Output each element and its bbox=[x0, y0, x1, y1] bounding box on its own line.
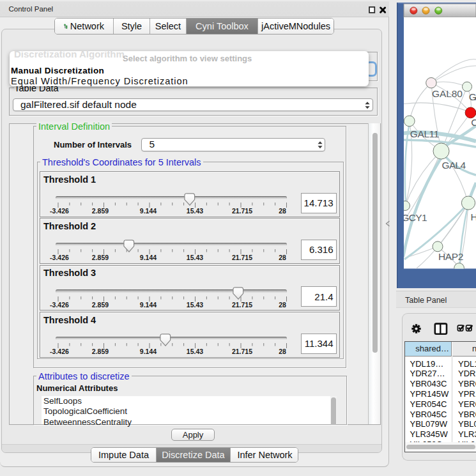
svg-text:GA: GA bbox=[469, 91, 476, 102]
svg-text:GCY1: GCY1 bbox=[402, 212, 427, 223]
svg-text:GAL4: GAL4 bbox=[442, 160, 466, 171]
svg-text:CY: CY bbox=[471, 117, 476, 128]
svg-text:HAP2: HAP2 bbox=[438, 251, 463, 262]
svg-text:H: H bbox=[470, 211, 476, 222]
svg-text:GAL11: GAL11 bbox=[410, 128, 440, 139]
svg-text:GAL80: GAL80 bbox=[432, 88, 463, 99]
